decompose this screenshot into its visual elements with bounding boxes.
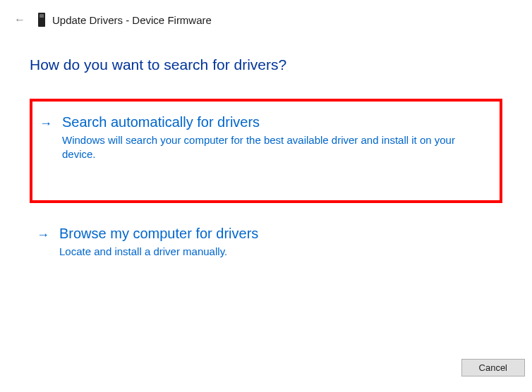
dialog-title: Update Drivers - Device Firmware [52,14,212,26]
back-arrow-icon[interactable]: ← [11,13,28,26]
cancel-button[interactable]: Cancel [461,359,525,376]
option-description: Locate and install a driver manually. [59,245,454,259]
option-body: Browse my computer for drivers Locate an… [59,226,492,259]
page-title: How do you want to search for drivers? [30,56,502,73]
option-description: Windows will search your computer for th… [62,133,457,162]
option-browse-computer[interactable]: → Browse my computer for drivers Locate … [30,213,502,271]
dialog-header: ← Update Drivers - Device Firmware [0,0,532,34]
option-title: Browse my computer for drivers [59,226,492,242]
device-firmware-icon [38,13,45,27]
option-search-automatically[interactable]: → Search automatically for drivers Windo… [30,99,502,203]
dialog-content: How do you want to search for drivers? →… [0,34,532,271]
arrow-right-icon: → [37,226,49,244]
arrow-right-icon: → [40,114,52,133]
dialog-footer: Cancel [461,359,525,376]
option-body: Search automatically for drivers Windows… [62,114,490,162]
option-title: Search automatically for drivers [62,114,490,130]
